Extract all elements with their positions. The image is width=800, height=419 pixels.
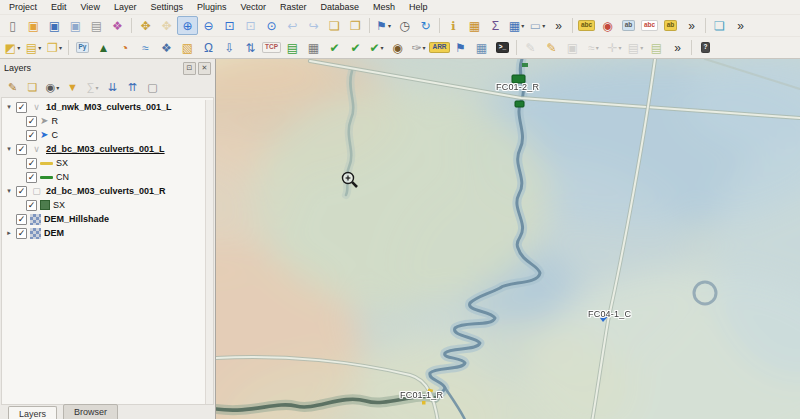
toggle-editing-button[interactable]: ✎ [541,38,562,57]
zoom-to-layer-button[interactable]: ⊙ [261,16,282,35]
menu-edit[interactable]: Edit [44,1,74,13]
arr-tool-button[interactable]: ARR [429,38,450,57]
pan-to-selection-button[interactable]: ✥ [156,16,177,35]
new-layer-button[interactable]: ❏ [709,16,730,35]
tuflow-map-button[interactable]: ≈ [135,38,156,57]
vertex-tool-dropdown-arrow[interactable]: ▾ [619,44,622,51]
menu-layer[interactable]: Layer [107,1,144,13]
spatial-bookmarks-button[interactable]: ⚑▾ [373,16,394,35]
python-console-button[interactable]: Py [72,38,93,57]
toolbar-overflow-3-button[interactable]: » [730,16,751,35]
expand-arrow-icon[interactable]: ▸ [5,229,13,237]
current-edits-button[interactable]: ✎ [520,38,541,57]
tuflow-create-terrain-button[interactable]: ▲ [93,38,114,57]
digitize-line-button[interactable]: ≈▾ [583,38,604,57]
legend-checkbox[interactable]: ✓ [26,130,37,141]
tab-layers[interactable]: Layers [8,406,57,419]
save-layer-edits-button[interactable]: ▣ [562,38,583,57]
legend-checkbox[interactable]: ✓ [26,158,37,169]
menu-database[interactable]: Database [314,1,367,13]
legend-row[interactable]: ✓SX [2,156,205,170]
menu-project[interactable]: Project [2,1,44,13]
new-print-layout-button[interactable]: ▤ [86,16,107,35]
zoom-out-button[interactable]: ⊖ [198,16,219,35]
tuflow-arch-button[interactable]: Ω [198,38,219,57]
legend-row[interactable]: ✓➤C [2,128,205,142]
layer-label[interactable]: 2d_bc_M03_culverts_001_L [46,144,165,154]
toolbar-overflow-2-button[interactable]: » [681,16,702,35]
filter-legend-button[interactable]: ▼ [63,78,82,96]
zoom-full-button[interactable]: ⊡ [219,16,240,35]
toolbar-overflow-4-button[interactable]: » [667,38,688,57]
modify-attributes-button[interactable]: ▤▾ [625,38,646,57]
layer-labeling-button[interactable]: abc [576,16,597,35]
tuflow-clip-dropdown-arrow[interactable]: ▾ [423,44,426,51]
tuflow-mesh-grid-button[interactable]: ▦ [471,38,492,57]
tuflow-clip-button[interactable]: ✑▾ [408,38,429,57]
project-save-as-button[interactable]: ▣ [65,16,86,35]
zoom-next-button[interactable]: ↪ [303,16,324,35]
pin-labels-button[interactable]: ◉ [597,16,618,35]
refresh-map-button[interactable]: ↻ [415,16,436,35]
menu-help[interactable]: Help [402,1,435,13]
tuflow-import-button[interactable]: ⇩ [219,38,240,57]
layer-label[interactable]: 1d_nwk_M03_culverts_001_L [46,102,172,112]
collapse-arrow-icon[interactable]: ▾ [5,103,13,111]
project-save-button[interactable]: ▣ [44,16,65,35]
tab-browser[interactable]: Browser [63,404,118,419]
select-features-button[interactable]: ◩▾ [2,38,23,57]
project-open-button[interactable]: ▣ [23,16,44,35]
menu-settings[interactable]: Settings [143,1,190,13]
layer-checkbox[interactable]: ✓ [16,228,27,239]
legend-row[interactable]: ✓CN [2,170,205,184]
project-new-button[interactable]: ▯ [2,16,23,35]
tuflow-tcp-button[interactable]: TCP [261,38,282,57]
expand-all-button[interactable]: ⇊ [103,78,122,96]
legend-row[interactable]: ✓SX [2,198,205,212]
tuflow-load-button[interactable]: ⇅ [240,38,261,57]
new-3d-map-view-button[interactable]: ❐ [345,16,366,35]
layer-checkbox[interactable]: ✓ [16,144,27,155]
manage-map-themes-dropdown-arrow[interactable]: ▾ [56,84,59,91]
menu-mesh[interactable]: Mesh [366,1,402,13]
layer-row[interactable]: ✓DEM_Hillshade [2,212,205,226]
spatial-bookmarks-dropdown-arrow[interactable]: ▾ [388,22,391,29]
layer-row[interactable]: ▾✓∨2d_bc_M03_culverts_001_L [2,142,205,156]
add-group-button[interactable]: ❏ [23,78,42,96]
layer-row[interactable]: ▸✓DEM [2,226,205,240]
run-feature-action-button[interactable]: ▦ [464,16,485,35]
tuflow-check-all-dropdown-arrow[interactable]: ▾ [381,44,384,51]
menu-raster[interactable]: Raster [273,1,314,13]
tuflow-check-2d-button[interactable]: ✔ [345,38,366,57]
collapse-arrow-icon[interactable]: ▾ [5,145,13,153]
collapse-all-button[interactable]: ⇈ [123,78,142,96]
layer-checkbox[interactable]: ✓ [16,214,27,225]
select-features-dropdown-arrow[interactable]: ▾ [17,44,20,51]
tuflow-check-shield-button[interactable]: ❖ [156,38,177,57]
tuflow-grid-button[interactable]: ▦ [303,38,324,57]
move-label-button[interactable]: ab [660,16,681,35]
show-hide-labels-button[interactable]: abc [639,16,660,35]
zoom-last-button[interactable]: ↩ [282,16,303,35]
toolbar-overflow-1-button[interactable]: » [548,16,569,35]
layer-checkbox[interactable]: ✓ [16,102,27,113]
tuflow-check-all-button[interactable]: ✔▾ [366,38,387,57]
select-features-by-value-dropdown-arrow[interactable]: ▾ [38,44,41,51]
map-canvas[interactable]: FC01-2_RFC04-1_CFC01-1_R [216,59,800,419]
layer-notes-button[interactable]: ▤ [646,38,667,57]
float-panel-button[interactable]: ⊡ [183,62,196,75]
tuflow-owl-button[interactable]: ◉ [387,38,408,57]
new-map-view-button[interactable]: ❏ [324,16,345,35]
filter-by-expression-button[interactable]: ∑▾ [83,78,102,96]
filter-by-expression-dropdown-arrow[interactable]: ▾ [95,84,98,91]
menu-vector[interactable]: Vector [233,1,273,13]
deselect-features-dropdown-arrow[interactable]: ▾ [59,44,62,51]
help-button[interactable]: ? [695,38,716,57]
tuflow-console-button[interactable]: >_ [492,38,513,57]
measure-dropdown-arrow[interactable]: ▾ [542,22,545,29]
temporal-controller-button[interactable]: ◷ [394,16,415,35]
tuflow-styling-button[interactable]: ▤ [282,38,303,57]
collapse-arrow-icon[interactable]: ▾ [5,187,13,195]
legend-checkbox[interactable]: ✓ [26,172,37,183]
layer-label[interactable]: 2d_bc_M03_culverts_001_R [46,186,166,196]
